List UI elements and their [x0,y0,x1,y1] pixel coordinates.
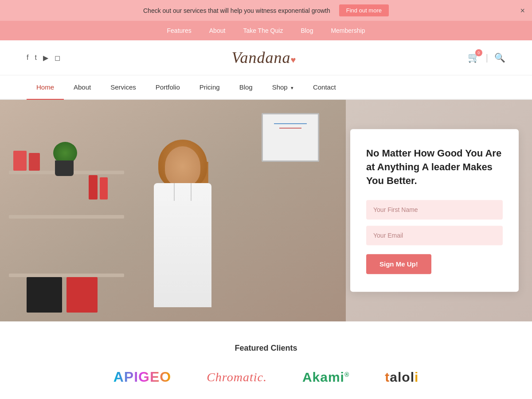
nav-about[interactable]: About [64,75,101,99]
featured-clients-section: Featured Clients APIGEO Chromatic. Akami… [0,321,532,399]
nav-services[interactable]: Services [101,75,146,99]
nav-home[interactable]: Home [27,75,64,99]
nav-contact[interactable]: Contact [303,75,346,99]
main-navigation: Home About Services Portfolio Pricing Bl… [0,75,532,100]
featured-clients-title: Featured Clients [27,344,505,353]
announcement-text: Check out our services that will help yo… [143,7,330,14]
shelf-2 [9,215,124,219]
person-figure [134,135,231,321]
header-divider: | [486,53,488,63]
client-akami: Akami® [302,370,349,385]
close-announcement-button[interactable]: × [520,6,525,15]
shelf-item-red2 [29,153,40,171]
binder-1 [89,175,98,200]
header-right: 🛒 0 | 🔍 [468,52,505,63]
first-name-input[interactable] [366,200,503,220]
hero-form-card: No Matter How Good You Are at Anything A… [350,129,519,292]
clients-logos-row: APIGEO Chromatic. Akami® taloli [27,369,505,385]
top-navigation: Features About Take The Quiz Blog Member… [0,21,532,40]
hero-section: No Matter How Good You Are at Anything A… [0,100,532,321]
announcement-bar: Check out our services that will help yo… [0,0,532,21]
client-apigeo: APIGEO [113,369,171,385]
email-input[interactable] [366,226,503,246]
instagram-icon[interactable]: ◻ [55,54,60,62]
site-header: f t ▶ ◻ Vandana♥ 🛒 0 | 🔍 [0,40,532,75]
nav-pricing[interactable]: Pricing [190,75,230,99]
top-nav-quiz[interactable]: Take The Quiz [243,27,283,34]
sign-up-button[interactable]: Sign Me Up! [366,254,431,274]
top-nav-membership[interactable]: Membership [331,27,365,34]
top-nav-features[interactable]: Features [167,27,192,34]
shop-dropdown-arrow: ▾ [291,85,293,90]
top-nav-blog[interactable]: Blog [301,27,313,34]
find-out-button[interactable]: Find out more [339,4,389,16]
plant [53,142,75,176]
social-icons: f t ▶ ◻ [27,54,60,62]
search-icon[interactable]: 🔍 [494,52,505,63]
client-taloli: taloli [385,370,419,385]
cart-badge: 0 [475,49,482,56]
whiteboard-decoration [262,113,319,162]
nav-shop[interactable]: Shop ▾ [262,75,303,99]
shelf-item-red [13,151,27,171]
facebook-icon[interactable]: f [27,54,28,62]
binder-2 [100,177,108,200]
shelf-3 [9,274,124,277]
box-red [66,277,98,313]
nav-portfolio[interactable]: Portfolio [146,75,190,99]
cart-icon[interactable]: 🛒 0 [468,52,480,63]
hero-headline: No Matter How Good You Are at Anything A… [366,147,503,188]
hero-photo [0,100,346,321]
client-chromatic: Chromatic. [207,370,267,384]
top-nav-about[interactable]: About [209,27,226,34]
twitter-icon[interactable]: t [35,54,36,62]
youtube-icon[interactable]: ▶ [43,54,48,62]
box-black [27,277,62,313]
nav-blog[interactable]: Blog [230,75,262,99]
site-logo[interactable]: Vandana♥ [231,48,296,67]
